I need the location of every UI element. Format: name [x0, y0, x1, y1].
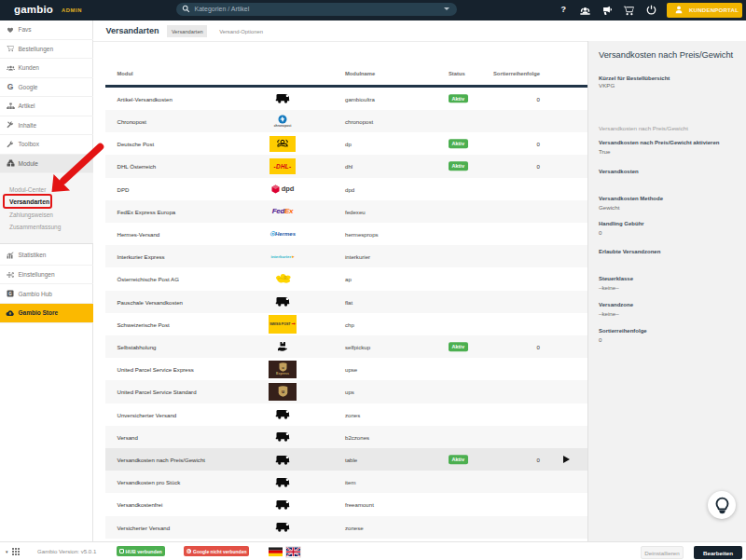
svg-text:u: u	[281, 389, 283, 395]
svg-text:G: G	[8, 292, 12, 296]
